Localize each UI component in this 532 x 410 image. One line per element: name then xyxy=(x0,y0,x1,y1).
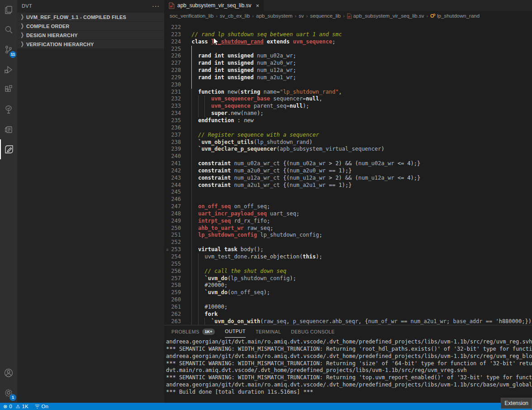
code-line[interactable]: 230 xyxy=(164,81,532,89)
breadcrumb-item[interactable]: sv xyxy=(299,13,304,19)
breadcrumb-separator: › xyxy=(215,13,218,19)
token: ; xyxy=(332,38,335,45)
code-line[interactable]: 251 lp_shutdown_config lp_shutdown_confi… xyxy=(164,232,532,239)
settings-gear-icon[interactable]: 1 xyxy=(0,383,17,403)
code-line[interactable]: 261 #10000; xyxy=(164,304,532,311)
code-line[interactable]: 254 uvm_test_done.raise_objection(this); xyxy=(164,253,532,261)
code-line[interactable]: 257 `uvm_do(lp_shutdown_config); xyxy=(164,275,532,282)
code-line[interactable]: 263 `uvm_do_on_with(raw_seq, p_sequencer… xyxy=(164,318,532,325)
sidebar-more-actions-icon[interactable]: ··· xyxy=(152,2,160,10)
code-line[interactable]: 256 // call the shut down seq xyxy=(164,268,532,275)
verification-tree-icon[interactable] xyxy=(0,100,17,119)
indent-guide xyxy=(191,95,192,103)
tab-apb-subsystem-vir-seq-lib[interactable]: apb_subsystem_vir_seq_lib.sv × xyxy=(164,0,264,11)
code-line[interactable]: 226 rand int unsigned num_u02a_wr; xyxy=(164,52,532,60)
code-line[interactable]: 243 constraint num_u12a_wr_ct {(num_u12a… xyxy=(164,175,532,182)
code-line[interactable]: 245 xyxy=(164,189,532,196)
panel-tab-debug-console[interactable]: DEBUG CONSOLE xyxy=(291,325,335,338)
gutter-spacer xyxy=(164,46,171,53)
code-line[interactable]: 224 class lp_shutdown_rand extends uvm_s… xyxy=(164,38,532,46)
tree-item[interactable]: ❯COMPILE ORDER xyxy=(17,22,164,30)
problems-status[interactable]: ⊗ 0 ⚠ 1K xyxy=(3,404,28,410)
code-line[interactable]: 246 xyxy=(164,196,532,203)
code-line[interactable]: 249 intrpt_seq rd_rx_fifo; xyxy=(164,218,532,225)
code-line[interactable]: 227 rand int unsigned num_a2u0_wr; xyxy=(164,60,532,67)
code-line[interactable]: 247 on_off_seq on_off_seq; xyxy=(164,203,532,210)
trace-log-icon[interactable] xyxy=(0,119,17,139)
code-line[interactable]: 250 ahb_to_uart_wr raw_seq; xyxy=(164,225,532,232)
code-line[interactable]: 262 fork xyxy=(164,311,532,318)
token: null xyxy=(290,103,303,109)
code-line[interactable]: 240 xyxy=(164,153,532,160)
code-line[interactable]: 244 constraint num_a2u1_wr_ct {(num_a2u1… xyxy=(164,182,532,189)
gutter-spacer xyxy=(164,31,171,38)
breadcrumb-item[interactable]: lp_shutdown_rand xyxy=(437,13,480,19)
code-line[interactable]: 258 #20000; xyxy=(164,282,532,289)
line-number: 237 xyxy=(171,132,185,139)
code-line[interactable]: 248 uart_incr_payload_seq uart_seq; xyxy=(164,210,532,218)
token xyxy=(270,95,273,102)
output-line: andreea.georgian/git/dvt.main/ro.amiq.dv… xyxy=(166,353,532,360)
token: == 1);} xyxy=(326,182,352,188)
panel-tab-output[interactable]: OUTPUT xyxy=(225,325,246,338)
account-icon[interactable] xyxy=(0,363,17,383)
tree-item[interactable]: ❯UVM_REF_FLOW_1.1 - COMPILED FILES xyxy=(17,13,164,21)
token: lp_shutdown_rand xyxy=(211,38,264,45)
breadcrumb-item[interactable]: apb_subsystem_vir_seq_lib.sv xyxy=(353,13,424,19)
token: ) xyxy=(309,139,313,145)
gutter-spacer xyxy=(164,210,171,218)
gutter-spacer xyxy=(164,175,171,182)
code-line[interactable]: 232 uvm_sequencer_base sequencer=null, xyxy=(164,95,532,103)
code-line[interactable]: 228 rand int unsigned num_u12a_wr; xyxy=(164,67,532,74)
line-number: 246 xyxy=(171,196,185,203)
breadcrumb-item[interactable]: sequence_lib xyxy=(310,13,341,19)
code-editor[interactable]: 222223 // rand lp shutdown seq between u… xyxy=(164,21,532,325)
breadcrumb-item[interactable]: sv_cb_ex_lib xyxy=(220,13,250,19)
breadcrumb-item[interactable]: soc_verification_lib xyxy=(170,13,214,19)
gutter-spacer xyxy=(164,52,171,60)
explorer-icon[interactable] xyxy=(0,0,17,20)
code-line[interactable]: 255 xyxy=(164,261,532,268)
code-line[interactable]: 233 uvm_sequence parent_seq=null); xyxy=(164,103,532,110)
panel-tab-problems[interactable]: PROBLEMS1K+ xyxy=(171,325,215,338)
code-line[interactable]: 234 super.new(name); xyxy=(164,110,532,117)
filter-status[interactable]: On xyxy=(35,404,48,409)
settings-badge: 1 xyxy=(10,394,16,401)
source-control-icon[interactable]: 11 xyxy=(0,40,17,60)
token: num_u02a_wr_ct xyxy=(234,160,280,167)
token: parent_seq xyxy=(254,103,286,109)
code-line[interactable]: 237 // Register sequence with a sequence… xyxy=(164,132,532,139)
code-line[interactable]: 260 xyxy=(164,296,532,304)
code-line[interactable]: 238 `uvm_object_utils(lp_shutdown_rand) xyxy=(164,139,532,146)
code-line[interactable]: 252 xyxy=(164,239,532,246)
code-line[interactable]: 225 xyxy=(164,46,532,53)
dvt-icon[interactable] xyxy=(0,139,17,159)
code-line[interactable]: 259 `uvm_do(on_off_seq); xyxy=(164,289,532,296)
code-line[interactable]: 241 constraint num_u02a_wr_ct {(num_u02a… xyxy=(164,160,532,167)
code-line[interactable]: 223 // rand lp shutdown seq between uart… xyxy=(164,31,532,38)
code-line[interactable]: 239 `uvm_declare_p_sequencer(apb_subsyst… xyxy=(164,146,532,153)
search-icon[interactable] xyxy=(0,20,17,40)
code-line[interactable]: 242 constraint num_a2u0_wr_ct {(num_a2u0… xyxy=(164,167,532,175)
run-debug-icon[interactable] xyxy=(0,60,17,80)
extensions-icon[interactable] xyxy=(0,80,17,100)
bottom-panel: PROBLEMS1K+OUTPUTTERMINALDEBUG CONSOLE a… xyxy=(164,325,532,403)
token: constraint xyxy=(198,167,234,174)
code-content: rand int unsigned num_u02a_wr; xyxy=(185,52,532,60)
code-line[interactable]: 222 xyxy=(164,24,532,31)
breadcrumb-item[interactable]: apb_subsystem xyxy=(256,13,293,19)
line-number: 257 xyxy=(171,275,185,282)
gutter-spacer xyxy=(164,160,171,167)
tree-item[interactable]: ❯VERIFICATION HIERARCHY xyxy=(17,40,164,48)
code-line[interactable]: 236 xyxy=(164,124,532,132)
panel-tab-terminal[interactable]: TERMINAL xyxy=(256,325,281,338)
code-line[interactable]: ⌂253 virtual task body(); xyxy=(164,246,532,253)
code-line[interactable]: 231 function new(string name="lp_shutdow… xyxy=(164,89,532,96)
code-line[interactable]: 229 rand int unsigned num_a2u1_wr; xyxy=(164,74,532,81)
code-line[interactable]: 235 endfunction : new xyxy=(164,117,532,124)
output-console[interactable]: andreea.georgian/git/dvt.main/ro.amiq.dv… xyxy=(164,338,532,403)
tree-item[interactable]: ❯DESIGN HIERARCHY xyxy=(17,31,164,39)
line-number: 259 xyxy=(171,289,185,296)
tab-close-icon[interactable]: × xyxy=(256,2,259,9)
token: string xyxy=(241,89,264,95)
